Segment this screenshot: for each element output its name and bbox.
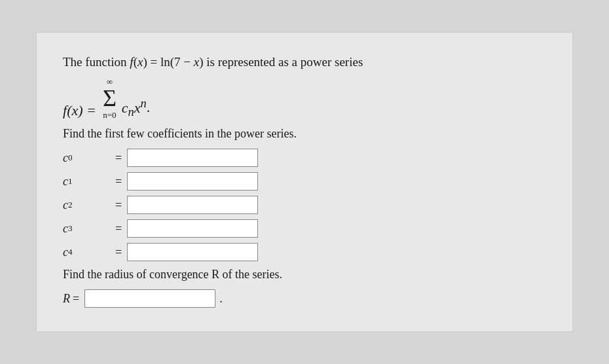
equals-r: =	[73, 292, 79, 306]
period: .	[219, 292, 223, 306]
main-container: The function f(x) = ln(7 − x) is represe…	[36, 32, 573, 333]
coeff-label-c1: c1	[63, 175, 115, 189]
equals-c1: =	[115, 175, 122, 189]
find-coefficients-label: Find the first few coefficients in the p…	[63, 126, 546, 142]
coeff-row-c3: c3 =	[63, 219, 546, 238]
coeff-label-c3: c3	[63, 222, 115, 236]
input-c1[interactable]	[127, 172, 258, 191]
input-c4[interactable]	[127, 243, 258, 261]
sigma-bottom: n=0	[103, 111, 116, 119]
coeff-row-c1: c1 =	[63, 172, 546, 191]
input-radius[interactable]	[84, 289, 215, 308]
cn-xn-label: cnxn.	[122, 96, 150, 119]
coeff-label-c4: c4	[63, 246, 115, 259]
sigma-block: ∞ Σ n=0	[103, 77, 117, 119]
var-x-title2: x	[194, 55, 199, 69]
var-x-title: x	[138, 55, 143, 69]
coeff-label-c0: c0	[63, 151, 115, 165]
equals-c3: =	[115, 222, 122, 236]
function-name: f	[130, 55, 133, 69]
coeff-row-c0: c0 =	[63, 149, 546, 167]
find-radius-label: Find the radius of convergence R of the …	[63, 266, 546, 283]
equals-c0: =	[115, 151, 122, 165]
coeff-label-c2: c2	[63, 198, 115, 212]
radius-row: R = .	[63, 289, 546, 308]
input-c0[interactable]	[127, 149, 258, 167]
power-series-display: f(x) = ∞ Σ n=0 cnxn.	[63, 77, 546, 119]
sigma-symbol: Σ	[103, 86, 117, 110]
equals-c4: =	[115, 246, 122, 259]
fx-label: f(x) =	[63, 102, 96, 119]
input-c3[interactable]	[127, 219, 258, 238]
coeff-row-c4: c4 =	[63, 243, 546, 261]
radius-r-label: R	[63, 292, 70, 306]
equals-c2: =	[115, 198, 122, 212]
title-line: The function f(x) = ln(7 − x) is represe…	[63, 54, 546, 71]
coeff-row-c2: c2 =	[63, 196, 546, 214]
input-c2[interactable]	[127, 196, 258, 214]
